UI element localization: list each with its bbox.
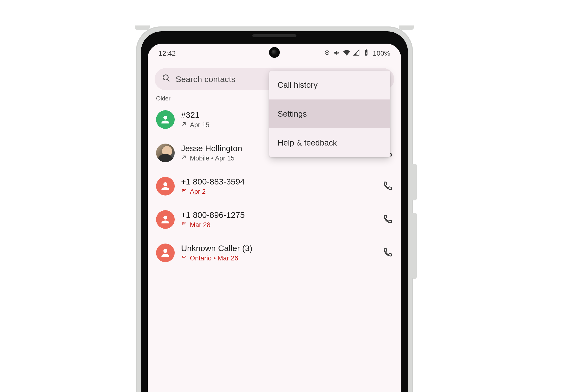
call-meta-text: Apr 2	[190, 188, 206, 196]
phone-icon	[383, 220, 393, 225]
screen: 12:42	[148, 44, 401, 392]
missed-call-arrow-icon	[181, 221, 187, 229]
earpiece	[252, 34, 296, 37]
call-row[interactable]: +1 800-883-3594Apr 2	[154, 170, 394, 203]
outgoing-call-arrow-icon	[181, 154, 187, 162]
mute-icon	[334, 49, 340, 58]
signal-icon	[353, 49, 360, 58]
call-meta-text: Ontario • Mar 26	[190, 254, 238, 262]
menu-item-label: Settings	[278, 109, 307, 118]
contact-avatar-icon	[156, 177, 175, 196]
call-name: +1 800-883-3594	[181, 177, 376, 186]
overflow-menu: Call history Settings Help & feedback	[269, 70, 390, 157]
call-meta: Apr 2	[181, 188, 376, 196]
outgoing-call-arrow-icon	[181, 121, 187, 129]
phone-icon	[383, 187, 393, 191]
missed-call-arrow-icon	[181, 254, 187, 262]
call-name: +1 800-896-1275	[181, 210, 376, 220]
call-button[interactable]	[383, 181, 393, 192]
missed-call-arrow-icon	[181, 188, 187, 196]
call-row[interactable]: +1 800-896-1275Mar 28	[154, 203, 394, 236]
phone-icon	[383, 254, 393, 258]
contact-avatar-icon	[156, 244, 175, 262]
menu-item-settings[interactable]: Settings	[269, 100, 390, 128]
search-icon	[162, 74, 171, 84]
phone-antenna-band	[135, 26, 150, 30]
call-meta-text: Mobile • Apr 15	[190, 154, 234, 162]
menu-item-call-history[interactable]: Call history	[269, 70, 390, 100]
call-name: Unknown Caller (3)	[181, 244, 376, 253]
phone-antenna-band	[399, 26, 414, 30]
call-button[interactable]	[383, 214, 393, 225]
menu-item-help-feedback[interactable]: Help & feedback	[269, 128, 390, 157]
power-button	[412, 164, 417, 200]
battery-charging-icon	[363, 49, 370, 58]
call-info: +1 800-896-1275Mar 28	[181, 210, 376, 229]
call-meta: Ontario • Mar 26	[181, 254, 376, 262]
battery-percent: 100%	[373, 50, 390, 57]
phone-frame: 12:42	[136, 26, 413, 392]
call-info: +1 800-883-3594Apr 2	[181, 177, 376, 196]
call-info: Unknown Caller (3)Ontario • Mar 26	[181, 244, 376, 262]
call-meta-text: Apr 15	[190, 121, 210, 129]
contact-avatar-photo	[156, 144, 175, 162]
search-placeholder: Search contacts	[176, 74, 236, 84]
call-row[interactable]: Unknown Caller (3)Ontario • Mar 26	[154, 236, 394, 270]
call-button[interactable]	[383, 248, 393, 258]
contact-avatar-icon	[156, 210, 175, 229]
alarm-plus-icon	[324, 49, 330, 58]
call-meta: Mar 28	[181, 221, 376, 229]
front-camera	[269, 47, 280, 58]
volume-button	[412, 213, 417, 279]
wifi-icon	[343, 49, 350, 58]
call-meta-text: Mar 28	[190, 221, 210, 229]
contact-avatar-icon	[156, 110, 175, 129]
status-time: 12:42	[158, 50, 176, 57]
menu-item-label: Help & feedback	[278, 138, 337, 148]
menu-item-label: Call history	[278, 80, 318, 90]
